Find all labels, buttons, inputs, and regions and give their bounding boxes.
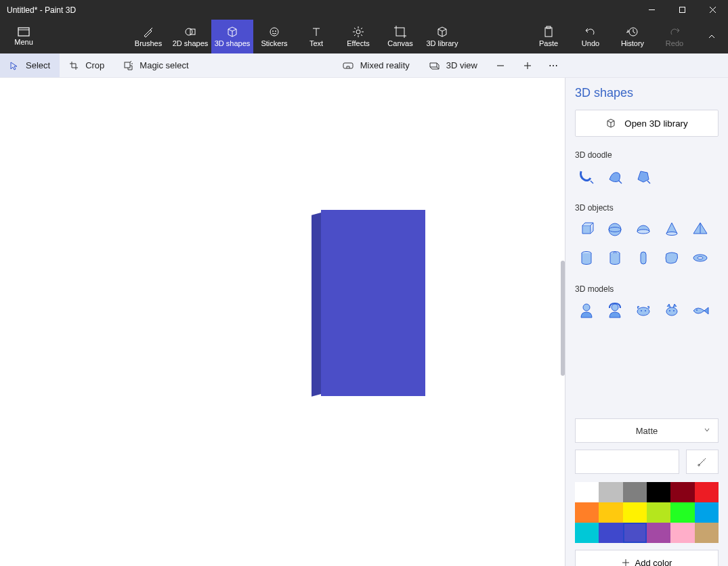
canvas[interactable] xyxy=(0,78,565,566)
svg-point-36 xyxy=(666,232,677,236)
zoom-in-button[interactable] xyxy=(514,53,541,77)
current-color-preview[interactable] xyxy=(575,450,679,474)
magic-select-tool[interactable]: Magic select xyxy=(114,53,198,77)
canvas-scrollbar[interactable] xyxy=(561,261,565,376)
color-swatch[interactable] xyxy=(575,523,599,543)
tab-text[interactable]: Text xyxy=(295,20,337,53)
object-curved-cylinder[interactable] xyxy=(660,246,683,269)
mixed-reality-button[interactable]: Mixed reality xyxy=(333,53,419,77)
color-swatch[interactable] xyxy=(647,523,670,543)
doodle-soft-edge[interactable] xyxy=(603,165,626,188)
object-hemisphere[interactable] xyxy=(632,218,655,241)
svg-point-45 xyxy=(637,307,649,315)
minimize-button[interactable] xyxy=(637,0,667,20)
title-bar: Untitled* - Paint 3D xyxy=(0,0,728,20)
svg-point-44 xyxy=(612,304,618,311)
object-cone[interactable] xyxy=(660,218,683,241)
color-swatch[interactable] xyxy=(599,482,622,502)
svg-rect-1 xyxy=(680,7,685,13)
redo-button[interactable]: Redo xyxy=(654,20,695,53)
color-swatch[interactable] xyxy=(575,502,599,523)
canvas-viewport xyxy=(0,78,565,566)
eyedropper-button[interactable] xyxy=(686,450,719,474)
color-swatch[interactable] xyxy=(647,482,670,502)
zoom-out-button[interactable] xyxy=(487,53,514,77)
color-swatch[interactable] xyxy=(599,502,622,523)
color-swatch[interactable] xyxy=(647,502,670,523)
svg-point-47 xyxy=(645,310,646,311)
close-button[interactable] xyxy=(698,0,728,20)
color-swatch[interactable] xyxy=(623,482,647,502)
undo-button[interactable]: Undo xyxy=(570,20,612,53)
color-swatch[interactable] xyxy=(670,502,694,523)
svg-line-17 xyxy=(361,35,362,36)
svg-rect-28 xyxy=(125,62,130,68)
maximize-button[interactable] xyxy=(667,0,698,20)
color-swatch[interactable] xyxy=(575,482,599,502)
svg-rect-40 xyxy=(641,252,646,264)
svg-point-48 xyxy=(666,307,677,315)
svg-rect-25 xyxy=(545,28,552,37)
paste-button[interactable]: Paste xyxy=(528,20,570,53)
svg-point-33 xyxy=(609,223,621,236)
svg-point-42 xyxy=(698,257,703,259)
color-swatch[interactable] xyxy=(695,482,719,502)
select-tool[interactable]: Select xyxy=(0,53,60,77)
doodle-sharp-edge[interactable] xyxy=(632,165,655,188)
object-cube[interactable] xyxy=(575,218,598,241)
crop-tool[interactable]: Crop xyxy=(60,53,114,77)
svg-rect-20 xyxy=(396,28,404,36)
model-man[interactable] xyxy=(575,299,598,322)
open-3d-library-button[interactable]: Open 3D library xyxy=(575,110,719,137)
object-tube[interactable] xyxy=(603,246,626,269)
object-pyramid[interactable] xyxy=(689,218,712,241)
model-dog[interactable] xyxy=(632,299,655,322)
add-color-button[interactable]: Add color xyxy=(575,550,719,566)
history-button[interactable]: History xyxy=(612,20,654,53)
tab-3d-library[interactable]: 3D library xyxy=(421,20,463,53)
sub-toolbar: Select Crop Magic select Mixed reality 3… xyxy=(0,53,728,78)
3d-doodle-grid xyxy=(575,165,719,188)
model-cat[interactable] xyxy=(660,299,683,322)
expand-panel-button[interactable] xyxy=(695,20,728,53)
color-swatch[interactable] xyxy=(670,482,694,502)
svg-rect-4 xyxy=(18,28,29,36)
svg-line-16 xyxy=(354,28,356,29)
window-title: Untitled* - Paint 3D xyxy=(0,5,637,15)
object-capsule[interactable] xyxy=(632,246,655,269)
object-sphere[interactable] xyxy=(603,218,626,241)
tab-canvas[interactable]: Canvas xyxy=(379,20,421,53)
menu-button[interactable]: Menu xyxy=(0,20,47,53)
main-area: 3D shapes Open 3D library 3D doodle 3D o… xyxy=(0,78,728,566)
object-torus[interactable] xyxy=(689,246,712,269)
tab-effects[interactable]: Effects xyxy=(337,20,379,53)
3d-object-cube[interactable] xyxy=(312,210,425,396)
tab-3d-shapes[interactable]: 3D shapes xyxy=(211,20,253,53)
svg-point-43 xyxy=(583,304,590,311)
color-swatch[interactable] xyxy=(623,502,647,523)
tab-stickers[interactable]: Stickers xyxy=(253,20,295,53)
ribbon: Menu Brushes 2D shapes 3D shapes Sticker… xyxy=(0,20,728,53)
color-swatch[interactable] xyxy=(695,502,719,523)
material-select[interactable]: Matte xyxy=(575,418,719,443)
cube-outline-icon xyxy=(605,118,616,129)
color-swatch[interactable] xyxy=(623,523,647,543)
tab-brushes[interactable]: Brushes xyxy=(127,20,169,53)
doodle-tube[interactable] xyxy=(575,165,598,188)
svg-point-50 xyxy=(673,310,675,311)
svg-point-9 xyxy=(273,31,274,32)
color-swatch[interactable] xyxy=(599,523,622,543)
model-fish[interactable] xyxy=(689,299,712,322)
model-woman[interactable] xyxy=(603,299,626,322)
color-swatch[interactable] xyxy=(695,523,719,543)
object-cylinder[interactable] xyxy=(575,246,598,269)
more-button[interactable]: ⋯ xyxy=(541,53,565,77)
svg-point-11 xyxy=(356,30,360,34)
tab-2d-shapes[interactable]: 2D shapes xyxy=(169,20,211,53)
3d-view-button[interactable]: 3D view xyxy=(419,53,487,77)
section-3d-objects-label: 3D objects xyxy=(575,203,719,213)
svg-point-46 xyxy=(641,310,642,311)
color-palette xyxy=(575,482,719,543)
3d-models-grid xyxy=(575,299,719,322)
color-swatch[interactable] xyxy=(670,523,694,543)
